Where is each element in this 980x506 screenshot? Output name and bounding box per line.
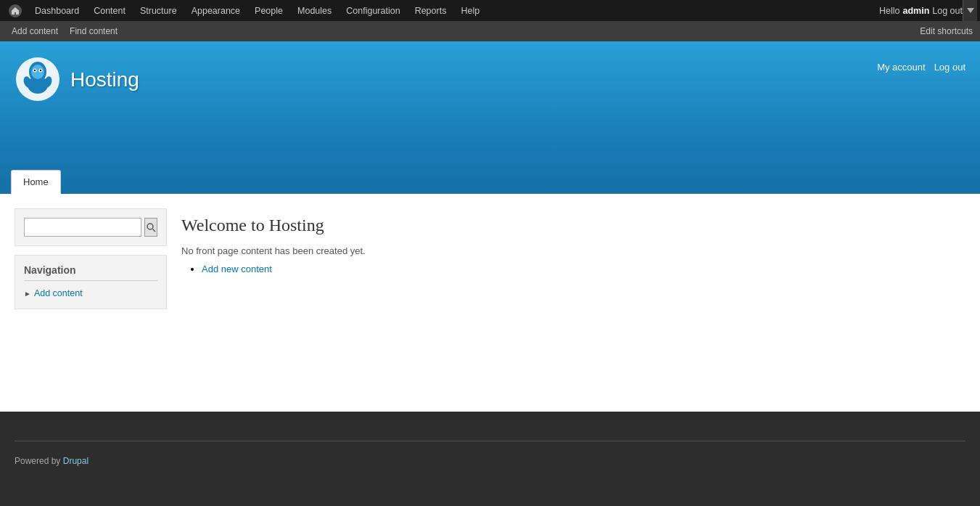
nav-item-configuration[interactable]: Configuration bbox=[339, 0, 407, 21]
content-list: Add new content bbox=[181, 264, 965, 274]
navigation-block: Navigation ► Add content bbox=[15, 255, 167, 309]
drupal-link[interactable]: Drupal bbox=[63, 456, 88, 466]
tab-home[interactable]: Home bbox=[11, 170, 61, 194]
nav-item-help[interactable]: Help bbox=[453, 0, 487, 21]
shortcuts-bar: Add content Find content Edit shortcuts bbox=[0, 21, 980, 41]
footer: Powered by Drupal bbox=[0, 412, 980, 506]
footer-divider bbox=[15, 441, 965, 441]
nav-item-people[interactable]: People bbox=[247, 0, 290, 21]
nav-item-appearance[interactable]: Appearance bbox=[184, 0, 247, 21]
footer-powered: Powered by Drupal bbox=[15, 456, 965, 466]
search-icon bbox=[147, 223, 156, 232]
site-logout-link[interactable]: Log out bbox=[934, 62, 965, 73]
svg-point-6 bbox=[34, 70, 36, 71]
drupal-logo bbox=[15, 56, 62, 103]
site-header: Hosting My account Log out Home bbox=[0, 41, 980, 194]
add-new-content-link[interactable]: Add new content bbox=[202, 264, 272, 274]
search-block bbox=[15, 208, 167, 246]
nav-add-content-label: Add content bbox=[34, 288, 83, 298]
list-item: Add new content bbox=[202, 264, 965, 274]
site-title: Hosting bbox=[70, 68, 139, 91]
header-top: Hosting My account Log out bbox=[0, 41, 980, 103]
hello-text: Hello bbox=[879, 6, 900, 16]
admin-dropdown-arrow[interactable] bbox=[963, 0, 977, 21]
nav-item-content[interactable]: Content bbox=[86, 0, 133, 21]
admin-logout-link[interactable]: Log out bbox=[932, 6, 963, 16]
svg-point-7 bbox=[40, 70, 41, 71]
home-nav-button[interactable] bbox=[3, 0, 28, 21]
admin-nav: Dashboard Content Structure Appearance P… bbox=[3, 0, 879, 21]
nav-item-reports[interactable]: Reports bbox=[408, 0, 454, 21]
admin-username: admin bbox=[902, 6, 929, 16]
edit-shortcuts-link[interactable]: Edit shortcuts bbox=[920, 26, 973, 36]
content-area: Navigation ► Add content Welcome to Host… bbox=[0, 194, 980, 412]
nav-add-content[interactable]: ► Add content bbox=[24, 287, 157, 300]
my-account-link[interactable]: My account bbox=[877, 62, 925, 73]
no-content-message: No front page content has been created y… bbox=[181, 245, 965, 256]
search-button[interactable] bbox=[144, 218, 157, 237]
nav-arrow-icon: ► bbox=[24, 290, 31, 298]
site-branding: Hosting bbox=[15, 56, 139, 103]
powered-by-text: Powered by bbox=[15, 456, 60, 466]
svg-line-11 bbox=[152, 229, 155, 232]
search-form bbox=[24, 218, 157, 237]
nav-item-structure[interactable]: Structure bbox=[133, 0, 184, 21]
shortcuts-left: Add content Find content bbox=[7, 24, 122, 38]
page-title: Welcome to Hosting bbox=[181, 216, 965, 235]
main-nav: Home bbox=[0, 170, 980, 194]
home-icon bbox=[9, 4, 22, 17]
admin-toolbar: Dashboard Content Structure Appearance P… bbox=[0, 0, 980, 21]
svg-point-10 bbox=[147, 224, 153, 229]
nav-item-modules[interactable]: Modules bbox=[290, 0, 339, 21]
header-user-links: My account Log out bbox=[877, 56, 965, 73]
main-content: Welcome to Hosting No front page content… bbox=[181, 208, 965, 397]
admin-user-info: Hello admin Log out bbox=[879, 6, 963, 16]
search-input[interactable] bbox=[24, 218, 141, 237]
sidebar: Navigation ► Add content bbox=[15, 208, 167, 397]
find-content-shortcut[interactable]: Find content bbox=[65, 24, 122, 38]
svg-point-3 bbox=[31, 65, 44, 79]
navigation-block-title: Navigation bbox=[24, 264, 157, 281]
add-content-shortcut[interactable]: Add content bbox=[7, 24, 62, 38]
nav-item-dashboard[interactable]: Dashboard bbox=[28, 0, 86, 21]
